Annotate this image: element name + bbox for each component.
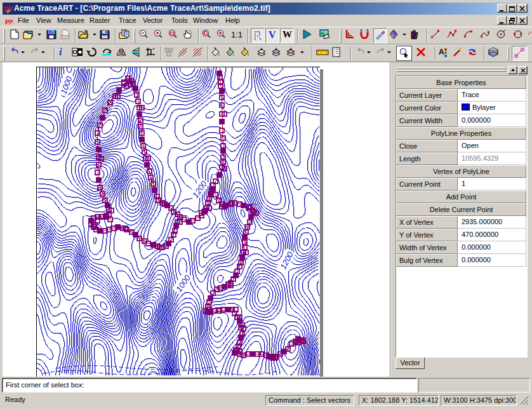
svg-text:A: A [439, 48, 444, 57]
